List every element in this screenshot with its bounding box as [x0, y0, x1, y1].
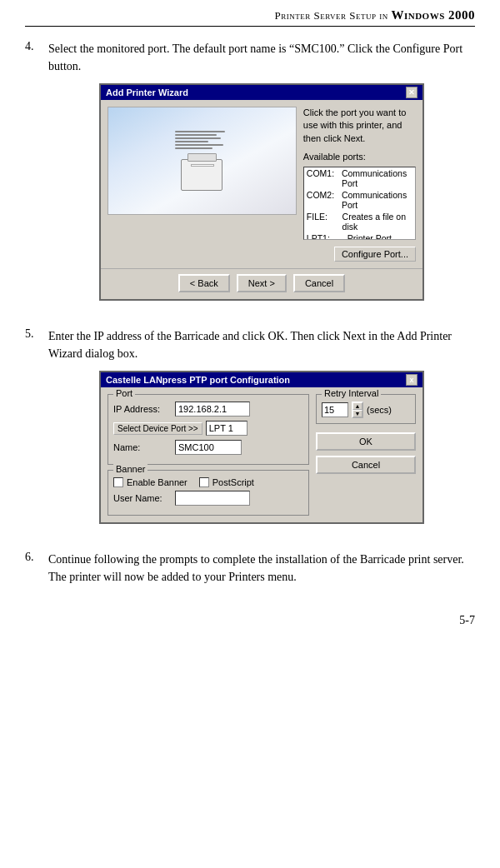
castelle-action-buttons: OK Cancel [316, 432, 416, 474]
retry-group-box: Retry Interval ▲ ▼ (secs) [316, 394, 416, 424]
apw-wizard-image [108, 107, 297, 215]
step-5-number: 5. [25, 327, 48, 539]
apw-cancel-button[interactable]: Cancel [293, 274, 345, 292]
apw-close-button[interactable]: ✕ [406, 87, 418, 98]
port-group-box: Port IP Address: Select Device Port >> [108, 394, 309, 465]
apw-instruction-text: Click the port you want to use with this… [303, 107, 416, 145]
castelle-close-button[interactable]: x [406, 374, 418, 386]
retry-value-row: ▲ ▼ (secs) [322, 402, 410, 418]
apw-ports-label: Available ports: [303, 152, 416, 162]
spin-down-button[interactable]: ▼ [352, 410, 362, 417]
port-com2[interactable]: COM2: Communications Port [304, 189, 415, 211]
retry-group-inner: ▲ ▼ (secs) [322, 402, 410, 418]
castelle-left-panel: Port IP Address: Select Device Port >> [108, 394, 309, 516]
paper-slot [191, 164, 214, 167]
select-device-port-button[interactable]: Select Device Port >> [113, 422, 202, 435]
castelle-right-panel: Retry Interval ▲ ▼ (secs) [316, 394, 416, 516]
ip-label: IP Address: [113, 404, 172, 414]
castelle-title: Castelle LANpress PTP port Configuration [106, 375, 290, 385]
ports-list[interactable]: COM1: Communications Port COM2: Communic… [303, 167, 416, 240]
retry-unit-label: (secs) [367, 405, 392, 415]
step-4-text: Select the monitored port. The default p… [48, 40, 475, 75]
step-6-text: Continue following the prompts to comple… [48, 551, 475, 586]
user-name-row: User Name: [113, 491, 303, 506]
apw-bottom-bar: < Back Next > Cancel [101, 268, 422, 299]
castelle-ok-button[interactable]: OK [316, 432, 416, 451]
port-file[interactable]: FILE: Creates a file on disk [304, 211, 415, 232]
ip-address-input[interactable] [175, 402, 250, 417]
decorative-lines [175, 131, 229, 151]
apw-right-panel: Click the port you want to use with this… [303, 107, 416, 262]
lpt-input[interactable] [206, 421, 248, 436]
enable-banner-checkbox[interactable] [113, 477, 123, 487]
name-input[interactable] [175, 440, 242, 455]
port-com1[interactable]: COM1: Communications Port [304, 167, 415, 189]
page-footer: 5-7 [25, 611, 475, 627]
user-name-label: User Name: [113, 493, 172, 503]
apw-body: Click the port you want to use with this… [101, 100, 422, 268]
configure-port-button[interactable]: Configure Port... [334, 247, 416, 262]
page-number: 5-7 [459, 614, 475, 626]
user-name-input[interactable] [175, 491, 250, 506]
step-4-number: 4. [25, 40, 48, 316]
banner-inner: Enable Banner PostScript User Name: [113, 477, 303, 506]
apw-back-button[interactable]: < Back [178, 274, 230, 292]
step-6-content: Continue following the prompts to comple… [48, 551, 475, 594]
step-5-content: Enter the IP address of the Barricade an… [48, 327, 475, 539]
name-row: Name: [113, 440, 303, 455]
port-group-label: Port [113, 388, 135, 398]
step-5: 5. Enter the IP address of the Barricade… [25, 327, 475, 539]
printer-top [188, 153, 217, 162]
name-label: Name: [113, 442, 172, 452]
retry-group-label: Retry Interval [322, 388, 381, 398]
step-6: 6. Continue following the prompts to com… [25, 551, 475, 594]
port-group-inner: IP Address: Select Device Port >> Name: [113, 402, 303, 455]
castelle-body: Port IP Address: Select Device Port >> [101, 387, 422, 522]
page-header: Printer Server Setup in Windows 2000 [25, 8, 475, 27]
castelle-cancel-button[interactable]: Cancel [316, 456, 416, 474]
step-4-content: Select the monitored port. The default p… [48, 40, 475, 316]
castelle-dialog: Castelle LANpress PTP port Configuration… [99, 371, 424, 524]
apw-title-bar: Add Printer Wizard ✕ [101, 85, 422, 100]
postscript-label: PostScript [212, 477, 254, 487]
apw-title: Add Printer Wizard [106, 87, 188, 97]
postscript-checkbox[interactable] [199, 477, 209, 487]
step-6-number: 6. [25, 551, 48, 594]
banner-group-label: Banner [113, 464, 148, 474]
header-title: Printer Server Setup in Windows 2000 [274, 9, 475, 22]
enable-banner-row: Enable Banner PostScript [113, 477, 303, 487]
spin-up-button[interactable]: ▲ [352, 402, 362, 410]
retry-interval-input[interactable] [322, 402, 348, 417]
banner-group-box: Banner Enable Banner PostScript User Nam… [108, 470, 309, 516]
retry-spinner[interactable]: ▲ ▼ [352, 402, 363, 418]
add-printer-wizard-dialog: Add Printer Wizard ✕ [99, 83, 424, 301]
printer-icon-shape [181, 159, 222, 191]
enable-banner-label: Enable Banner [127, 477, 188, 487]
apw-next-button[interactable]: Next > [237, 274, 287, 292]
castelle-title-bar: Castelle LANpress PTP port Configuration… [101, 372, 422, 387]
select-device-row: Select Device Port >> [113, 421, 303, 436]
step-5-text: Enter the IP address of the Barricade an… [48, 327, 475, 362]
ip-address-row: IP Address: [113, 402, 303, 417]
port-lpt1[interactable]: LPT1: Printer Port [304, 232, 415, 240]
step-4: 4. Select the monitored port. The defaul… [25, 40, 475, 316]
